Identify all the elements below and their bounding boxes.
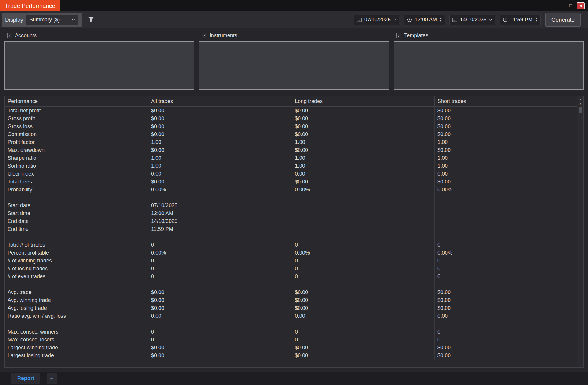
all-trades-cell: $0.00: [148, 344, 292, 352]
long-trades-cell: 0.00%: [292, 186, 435, 194]
filter-icon[interactable]: [87, 16, 95, 24]
table-row[interactable]: Percent profitable 0.00% 0.00% 0.00%: [5, 249, 577, 257]
close-button[interactable]: ✕: [577, 2, 585, 9]
table-row[interactable]: Start date 07/10/2025: [5, 202, 577, 209]
long-trades-cell: 1.00: [292, 138, 435, 146]
short-trades-cell: 0.00: [435, 170, 577, 178]
table-row[interactable]: # of even trades 0 0 0: [5, 273, 577, 281]
long-trades-cell: $0.00: [292, 296, 435, 304]
table-row[interactable]: Ratio avg. win / avg. loss 0.00 0.00 0.0…: [5, 312, 577, 320]
table-row[interactable]: End time 11:59 PM: [5, 225, 577, 233]
all-trades-cell: [148, 194, 292, 202]
start-time-picker[interactable]: 12:00 AM ▲ ▼: [404, 15, 445, 25]
all-trades-cell: 1.00: [148, 154, 292, 162]
table-row[interactable]: Commission $0.00 $0.00 $0.00: [5, 130, 577, 138]
short-trades-cell: $0.00: [435, 344, 577, 352]
all-trades-cell: 0.00%: [148, 249, 292, 257]
minimize-button[interactable]: —: [556, 2, 564, 9]
table-row[interactable]: Max. consec. losers 0 0 0: [5, 336, 577, 344]
all-trades-cell: 11:59 PM: [148, 225, 292, 233]
table-row[interactable]: Probability 0.00% 0.00% 0.00%: [5, 186, 577, 194]
table-row[interactable]: End date 14/10/2025: [5, 217, 577, 225]
table-row[interactable]: Start time 12:00 AM: [5, 209, 577, 217]
row-label-cell: Largest losing trade: [5, 352, 148, 360]
table-row[interactable]: Profit factor 1.00 1.00 1.00: [5, 138, 577, 146]
row-label-cell: # of even trades: [5, 273, 148, 281]
calendar-icon: [452, 17, 457, 22]
vertical-scrollbar[interactable]: ▲ ▼: [577, 96, 583, 367]
accounts-filter: ✓ Accounts: [4, 32, 194, 90]
display-select[interactable]: Summary ($): [26, 15, 78, 25]
short-trades-cell: $0.00: [435, 304, 577, 312]
table-row[interactable]: Total # of trades 0 0 0: [5, 241, 577, 249]
generate-button[interactable]: Generate: [545, 13, 581, 27]
table-row[interactable]: Ulcer index 0.00 0.00 0.00: [5, 170, 577, 178]
long-trades-cell: $0.00: [292, 130, 435, 138]
accounts-checkbox[interactable]: ✓: [7, 33, 12, 38]
tab-report[interactable]: Report: [11, 373, 40, 384]
row-label-cell: Percent profitable: [5, 249, 148, 257]
table-row[interactable]: Total net profit $0.00 $0.00 $0.00: [5, 107, 577, 115]
end-time-picker[interactable]: 11:59 PM ▲ ▼: [500, 15, 541, 25]
all-trades-cell: 0: [148, 328, 292, 336]
templates-filter: ✓ Templates: [394, 32, 584, 90]
long-trades-cell: 1.00: [292, 154, 435, 162]
table-row[interactable]: Sharpe ratio 1.00 1.00 1.00: [5, 154, 577, 162]
table-row[interactable]: # of losing trades 0 0 0: [5, 265, 577, 273]
window-title: Trade Performance: [0, 0, 60, 11]
short-trades-cell: [435, 320, 577, 328]
row-label-cell: Sortino ratio: [5, 162, 148, 170]
templates-checkbox[interactable]: ✓: [396, 33, 401, 38]
long-trades-cell: [292, 217, 435, 225]
table-row[interactable]: Gross profit $0.00 $0.00 $0.00: [5, 115, 577, 123]
row-label-cell: Largest winning trade: [5, 344, 148, 352]
accounts-listbox[interactable]: [4, 41, 194, 90]
scrollbar-thumb[interactable]: [579, 107, 582, 113]
column-header-all-trades[interactable]: All trades: [148, 96, 292, 106]
row-label-cell: Start date: [5, 202, 148, 209]
table-row[interactable]: Max. drawdown $0.00 $0.00 $0.00: [5, 146, 577, 154]
all-trades-cell: 0.00%: [148, 186, 292, 194]
table-row[interactable]: # of winning trades 0 0 0: [5, 257, 577, 265]
scroll-down-icon[interactable]: ▼: [577, 102, 583, 106]
spinner-down-icon[interactable]: ▼: [535, 20, 538, 23]
table-row[interactable]: [5, 233, 577, 241]
column-header-short-trades[interactable]: Short trades: [435, 96, 577, 106]
all-trades-cell: [148, 233, 292, 241]
table-header: Performance All trades Long trades Short…: [5, 96, 577, 107]
table-row[interactable]: Sortino ratio 1.00 1.00 1.00: [5, 162, 577, 170]
start-date-value: 07/10/2025: [364, 17, 391, 23]
templates-listbox[interactable]: [394, 41, 584, 90]
table-row[interactable]: Total Fees $0.00 $0.00 $0.00: [5, 178, 577, 186]
table-row[interactable]: Avg. winning trade $0.00 $0.00 $0.00: [5, 296, 577, 304]
row-label-cell: Sharpe ratio: [5, 154, 148, 162]
long-trades-cell: 0: [292, 273, 435, 281]
table-row[interactable]: [5, 320, 577, 328]
table-row[interactable]: Avg. trade $0.00 $0.00 $0.00: [5, 288, 577, 296]
table-row[interactable]: Avg. losing trade $0.00 $0.00 $0.00: [5, 304, 577, 312]
short-trades-cell: $0.00: [435, 352, 577, 360]
maximize-button[interactable]: □: [567, 2, 575, 9]
table-row[interactable]: Gross loss $0.00 $0.00 $0.00: [5, 123, 577, 130]
column-header-long-trades[interactable]: Long trades: [292, 96, 435, 106]
short-trades-cell: [435, 217, 577, 225]
row-label-cell: Total # of trades: [5, 241, 148, 249]
table-row[interactable]: [5, 194, 577, 202]
add-tab-button[interactable]: +: [47, 373, 57, 384]
all-trades-cell: 12:00 AM: [148, 209, 292, 217]
end-date-picker[interactable]: 14/10/2025: [449, 15, 495, 25]
table-row[interactable]: Max. consec. winners 0 0 0: [5, 328, 577, 336]
start-date-picker[interactable]: 07/10/2025: [354, 15, 399, 25]
table-row[interactable]: Largest losing trade $0.00 $0.00 $0.00: [5, 352, 577, 360]
spinner-down-icon[interactable]: ▼: [440, 20, 442, 23]
long-trades-cell: [292, 209, 435, 217]
row-label-cell: Profit factor: [5, 138, 148, 146]
instruments-checkbox[interactable]: ✓: [202, 33, 207, 38]
table-row[interactable]: [5, 281, 577, 288]
instruments-listbox[interactable]: [199, 41, 389, 90]
column-header-performance[interactable]: Performance: [5, 96, 148, 106]
scroll-up-icon[interactable]: ▲: [577, 97, 583, 102]
row-label-cell: # of losing trades: [5, 265, 148, 273]
all-trades-cell: $0.00: [148, 288, 292, 296]
table-row[interactable]: Largest winning trade $0.00 $0.00 $0.00: [5, 344, 577, 352]
